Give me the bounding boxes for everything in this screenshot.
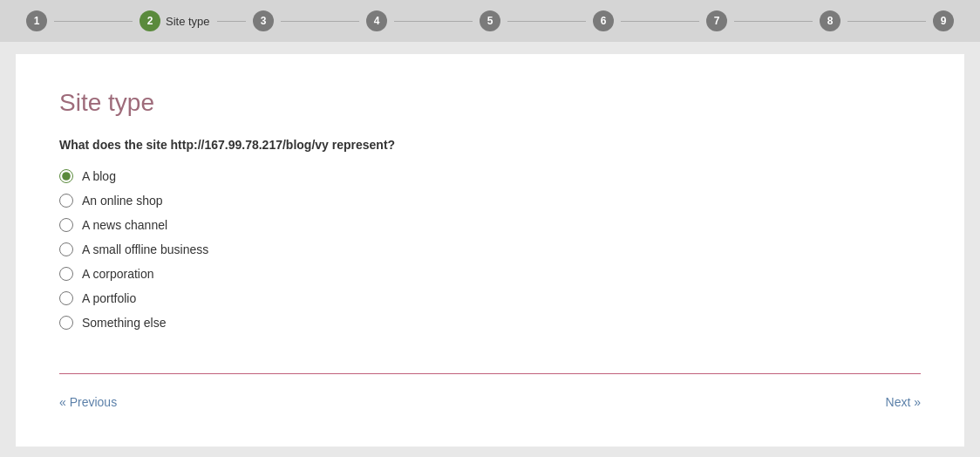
radio-small-offline-business[interactable] [59,242,73,256]
option-something-else[interactable]: Something else [59,316,921,330]
option-small-offline-business[interactable]: A small offline business [59,242,921,256]
step-circle-1: 1 [26,10,47,31]
step-line-7 [734,21,813,22]
label-small-offline-business[interactable]: A small offline business [82,242,208,256]
step-line-4 [394,21,473,22]
step-circle-9: 9 [933,10,954,31]
navigation: « Previous Next » [59,395,921,409]
option-portfolio[interactable]: A portfolio [59,291,921,305]
question-label: What does the site http://167.99.78.217/… [59,138,921,152]
option-corporation[interactable]: A corporation [59,267,921,281]
step-circle-3: 3 [253,10,274,31]
option-blog[interactable]: A blog [59,169,921,183]
radio-corporation[interactable] [59,267,73,281]
radio-blog[interactable] [59,169,73,183]
step-circle-4: 4 [366,10,387,31]
main-content: Site type What does the site http://167.… [16,54,964,447]
step-5: 5 [480,10,593,31]
step-circle-6: 6 [593,10,614,31]
next-button[interactable]: Next » [886,395,921,409]
step-line-2 [217,21,246,22]
step-circle-2: 2 [140,10,160,31]
label-portfolio[interactable]: A portfolio [82,291,136,305]
step-7: 7 [706,10,820,31]
step-line-8 [847,21,926,22]
step-line-1 [54,21,133,22]
label-news-channel[interactable]: A news channel [82,218,167,232]
step-4: 4 [366,10,480,31]
label-blog[interactable]: A blog [82,169,116,183]
step-1: 1 [26,10,140,31]
radio-news-channel[interactable] [59,218,73,232]
step-circle-8: 8 [820,10,840,31]
step-8: 8 [820,10,933,31]
step-line-3 [281,21,359,22]
step-label-2: Site type [166,15,210,28]
page-title: Site type [59,89,921,117]
radio-online-shop[interactable] [59,194,73,208]
step-3: 3 [253,10,366,31]
step-line-6 [621,21,699,22]
radio-group: A blog An online shop A news channel A s… [59,169,921,330]
option-news-channel[interactable]: A news channel [59,218,921,232]
radio-something-else[interactable] [59,316,73,330]
progress-bar: 1 2 Site type 3 4 5 6 7 8 9 [0,0,980,42]
step-6: 6 [593,10,706,31]
label-something-else[interactable]: Something else [82,316,167,330]
label-corporation[interactable]: A corporation [82,267,154,281]
step-2: 2 Site type [140,10,253,31]
option-online-shop[interactable]: An online shop [59,194,921,208]
section-divider [59,373,921,374]
step-circle-7: 7 [706,10,727,31]
step-line-5 [507,21,586,22]
step-9: 9 [933,10,954,31]
label-online-shop[interactable]: An online shop [82,194,163,208]
radio-portfolio[interactable] [59,291,73,305]
step-circle-5: 5 [480,10,500,31]
previous-button[interactable]: « Previous [59,395,117,409]
